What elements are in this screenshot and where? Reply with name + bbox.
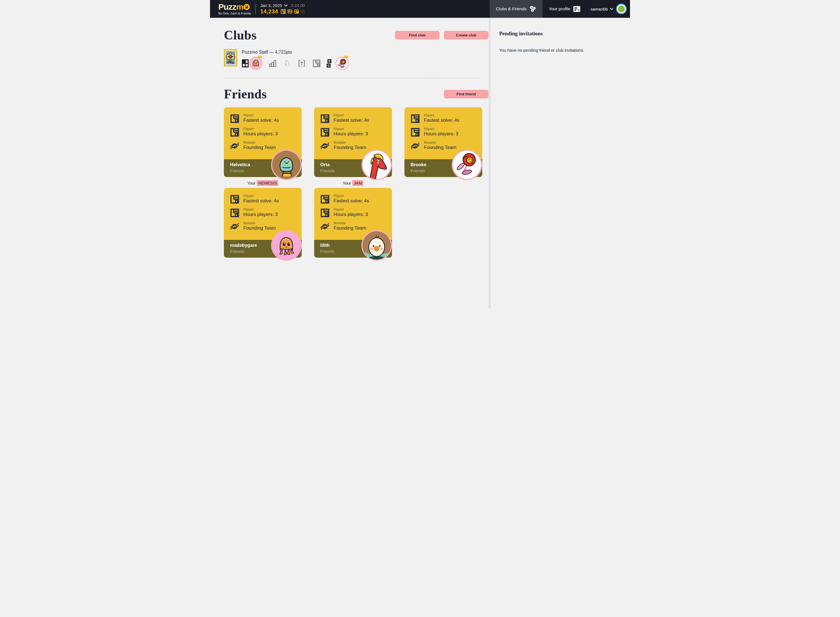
- panel-divider: [488, 18, 491, 308]
- friend-card[interactable]: FlipartFastest solve: 4s FlipartHours pl…: [314, 188, 392, 258]
- jam-highlight: JAM: [352, 180, 363, 186]
- logo-face-icon: [244, 4, 250, 10]
- date-score-block: Jan 3, 2025 2:24:00 14,234 ♘: [260, 0, 305, 18]
- nav-clubs-friends[interactable]: Clubs & Friends: [490, 0, 542, 18]
- crossword-grid-icon: [242, 59, 249, 68]
- create-club-button[interactable]: Create club: [444, 31, 488, 40]
- profile-card-icon: [573, 6, 581, 12]
- chess-knight-icon: ♘: [301, 9, 305, 14]
- pending-invitations-title: Pending invitations: [499, 31, 622, 37]
- flipart-icon: [411, 114, 420, 123]
- club-flower-avatar[interactable]: [336, 58, 348, 69]
- notable-planet-icon: [320, 141, 330, 151]
- clubs-section: Clubs Find club Create club: [224, 18, 488, 78]
- username: samanbb: [591, 7, 608, 12]
- window-grid-icon: [294, 9, 299, 14]
- score-row: 14,234 ♘: [260, 8, 305, 15]
- flipart-icon: [312, 59, 321, 68]
- nemesis-note: Your NEMESIS: [224, 181, 302, 185]
- friends-title: Friends: [224, 87, 267, 102]
- header-divider: [255, 4, 256, 14]
- clubs-title: Clubs: [224, 28, 257, 43]
- notable-planet-icon: [230, 141, 239, 151]
- friend-avatar-teal-blob[interactable]: [272, 151, 301, 179]
- puzzmo-app: Puzzm By Orta, Zach & Friends Jan 3, 202…: [210, 0, 630, 308]
- card-notes-row: Your NEMESIS Your JAM: [224, 181, 488, 185]
- flipart-icon: [411, 128, 420, 137]
- puzzmo-logo[interactable]: Puzzm By Orta, Zach & Friends: [210, 0, 251, 18]
- flipart-icon: [230, 114, 239, 123]
- friend-card[interactable]: FlipartFastest solve: 4s FlipartHours pl…: [404, 107, 482, 177]
- flipart-icon: [320, 114, 330, 123]
- clock-time: 2:24:00: [291, 3, 305, 8]
- flipart-icon: [320, 128, 330, 137]
- flipart-icon: [280, 9, 286, 14]
- friend-card[interactable]: FlipartFastest solve: 4s FlipartHours pl…: [224, 188, 302, 258]
- club-octopus-avatar[interactable]: [250, 58, 262, 69]
- flipart-icon: [320, 195, 330, 204]
- find-friend-button[interactable]: Find friend: [444, 90, 488, 98]
- date-selector[interactable]: Jan 3, 2025: [260, 3, 282, 8]
- logo-byline: By Orta, Zach & Friends: [218, 12, 251, 15]
- friend-avatar-red-horse[interactable]: [363, 151, 391, 179]
- letter-tiles-icon: BG: [327, 59, 332, 68]
- notable-planet-icon: [411, 141, 420, 151]
- club-game-icons: ♘ BG: [242, 58, 348, 69]
- nav-your-profile[interactable]: Your profile: [542, 0, 587, 18]
- notable-planet-icon: [230, 222, 239, 231]
- logo-wordmark: Puzzm: [218, 3, 251, 11]
- nemesis-highlight: NEMESIS: [257, 180, 279, 186]
- flipart-icon: [320, 208, 330, 218]
- friends-faces-icon: [529, 5, 536, 12]
- top-bar: Puzzm By Orta, Zach & Friends Jan 3, 202…: [210, 0, 630, 18]
- flipart-icon: [230, 195, 239, 204]
- chess-knight-icon: ♘: [283, 59, 291, 68]
- find-club-button[interactable]: Find club: [395, 31, 439, 40]
- notable-planet-icon: [320, 222, 330, 231]
- flipart-icon: [230, 208, 239, 218]
- friend-avatar-white-duck[interactable]: [363, 231, 391, 260]
- friend-avatar-orange-octopus[interactable]: [272, 231, 301, 260]
- user-menu[interactable]: samanbb: [587, 0, 630, 18]
- main-column: Clubs Find club Create club: [210, 18, 488, 308]
- chevron-down-icon[interactable]: [284, 4, 287, 7]
- total-points: 14,234: [260, 8, 278, 15]
- pending-invitations-panel: Pending invitations You have no pending …: [491, 18, 630, 308]
- club-row: Puzzmo Staff — 4,721pts: [224, 49, 488, 69]
- friend-avatar-red-flower[interactable]: [453, 151, 481, 179]
- bar-chart-icon: [268, 59, 277, 68]
- jam-note: Your JAM: [314, 181, 392, 185]
- chevron-down-icon: [610, 8, 613, 10]
- club-thumbnail-flower[interactable]: [224, 49, 237, 66]
- friend-card[interactable]: FlipartFastest solve: 4s FlipartHours pl…: [314, 107, 392, 177]
- typeshift-icon: [298, 59, 306, 68]
- flipart-icon: [230, 128, 239, 137]
- pending-invitations-empty: You have no pending friend or club invit…: [499, 48, 622, 53]
- club-name-points[interactable]: Puzzmo Staff — 4,721pts: [242, 50, 348, 55]
- user-avatar[interactable]: [617, 5, 626, 13]
- friend-card[interactable]: FlipartFastest solve: 4s FlipartHours pl…: [224, 107, 302, 177]
- news-list-icon: [287, 9, 292, 14]
- friends-section: Friends Find friend FlipartFastest solve…: [224, 78, 488, 258]
